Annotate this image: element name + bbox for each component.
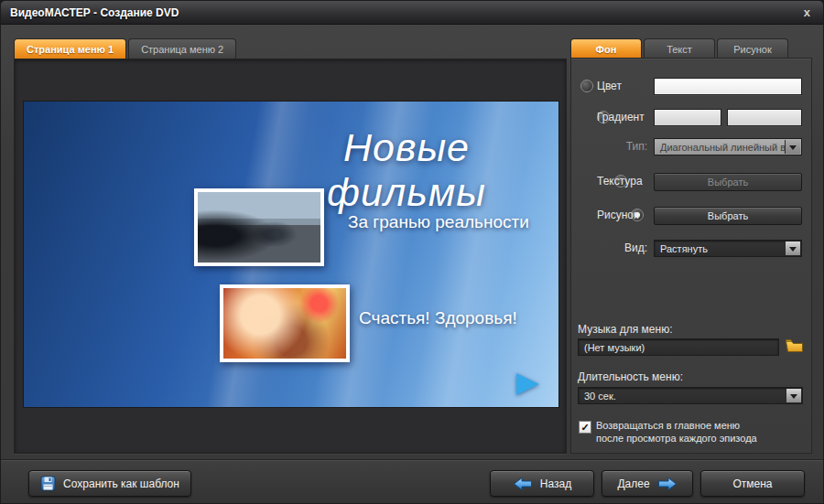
picture-view-value: Растянуть [660,243,708,254]
gradient-type-value: Диагональный линейный в [660,142,786,153]
gradient-type-label: Тип: [580,140,647,153]
color-label: Цвет [597,80,622,92]
gradient-type-dropdown[interactable]: Диагональный линейный в [654,138,802,155]
preview-panel: Новые фильмы За гранью реальности Счасть… [14,59,567,454]
color-swatch[interactable] [654,78,802,95]
tab-menu-page-1[interactable]: Страница меню 1 [14,38,126,59]
chevron-down-icon[interactable] [785,241,800,255]
gradient-label: Градиент [597,111,645,123]
video-thumbnail-1[interactable] [194,188,324,266]
window-title: ВидеоМАСТЕР - Создание DVD [10,6,179,19]
folder-icon[interactable] [785,338,804,354]
loop-checkbox-label: Возвращаться в главное меню после просмо… [596,419,803,445]
settings-tabs: Фон Текст Рисунок [570,38,790,59]
footer-bar: Сохранить как шаблон Назад Далее [1,459,823,504]
party-scene-image [223,288,346,359]
loop-checkbox-line-1: Возвращаться в главное меню [596,419,803,432]
next-label: Далее [617,477,649,490]
chevron-down-icon[interactable] [785,140,800,154]
floppy-disk-icon [40,476,56,491]
save-template-button[interactable]: Сохранить как шаблон [28,470,191,497]
cancel-label: Отмена [732,477,772,490]
chevron-down-icon[interactable] [786,389,801,402]
back-button[interactable]: Назад [490,470,594,497]
tab-background[interactable]: Фон [570,38,642,59]
app-window: ВидеоМАСТЕР - Создание DVD x Страница ме… [0,0,824,504]
menu-duration-label: Длительность меню: [578,370,683,383]
arrow-right-icon [657,477,678,491]
picture-select-button[interactable]: Выбрать [654,207,802,225]
dvd-menu-preview[interactable]: Новые фильмы За гранью реальности Счасть… [24,102,558,407]
picture-label: Рисунок [597,209,638,221]
play-icon[interactable] [516,373,539,395]
texture-label: Текстура [597,175,643,188]
episode-caption-1: За гранью реальности [348,212,529,232]
menu-page-tabs: Страница меню 1 Страница меню 2 [14,38,238,59]
background-settings-panel: Цвет Градиент Тип: Диагональный линейный… [570,58,812,454]
picture-view-dropdown[interactable]: Растянуть [654,240,802,257]
tab-text[interactable]: Текст [644,38,715,59]
texture-select-button[interactable]: Выбрать [654,173,802,191]
menu-duration-dropdown[interactable]: 30 сек. [578,387,803,404]
cancel-button[interactable]: Отмена [700,470,805,497]
menu-music-label: Музыка для меню: [578,323,673,336]
close-icon[interactable]: x [800,5,814,19]
menu-music-input[interactable]: (Нет музыки) [578,338,779,356]
tab-menu-page-2[interactable]: Страница меню 2 [128,38,236,59]
save-template-label: Сохранить как шаблон [63,477,179,490]
road-scene-image [198,192,320,263]
video-thumbnail-2[interactable] [220,284,350,362]
next-button[interactable]: Далее [602,470,693,497]
tab-picture[interactable]: Рисунок [717,38,788,59]
back-label: Назад [540,477,571,490]
title-bar: ВидеоМАСТЕР - Создание DVD x [1,1,823,25]
loop-checkbox[interactable]: ✓ [579,421,591,434]
gradient-swatch-1[interactable] [654,109,721,126]
color-radio[interactable] [580,80,593,92]
gradient-swatch-2[interactable] [727,109,802,126]
loop-checkbox-line-2: после просмотра каждого эпизода [596,432,803,445]
arrow-left-icon [513,477,533,491]
picture-view-label: Вид: [580,241,647,254]
menu-duration-value: 30 сек. [584,391,616,402]
episode-caption-2: Счастья! Здоровья! [359,308,517,328]
